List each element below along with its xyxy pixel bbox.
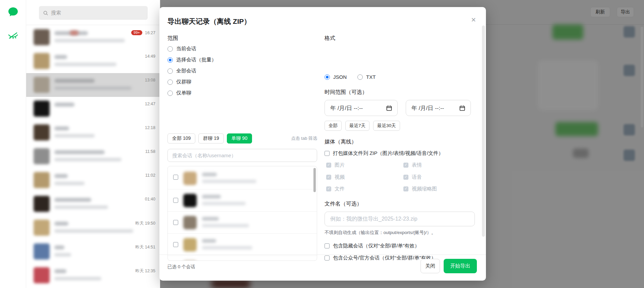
radio-singles-only[interactable]: 仅单聊 <box>167 90 216 96</box>
dialog-scrollbar[interactable] <box>482 25 485 237</box>
radio-groups-only[interactable]: 仅群聊 <box>167 79 216 85</box>
checkbox-icon <box>403 186 408 191</box>
conversation-search-input[interactable] <box>167 149 317 162</box>
scope-options: 当前会话 选择会话（批量） 全部会话 仅群聊 仅单聊 <box>167 46 216 96</box>
blurred-message <box>54 134 95 137</box>
options-column: 格式 JSON TXT 时间范围（可选） 年 /月/日 --:-- 年 <box>325 35 475 42</box>
calendar-icon[interactable] <box>386 105 392 111</box>
avatar <box>183 194 197 207</box>
media-option-videos: 视频 <box>326 174 345 180</box>
checkbox[interactable] <box>173 220 178 225</box>
date-inputs: 年 /月/日 --:-- 年 /月/日 --:-- <box>325 100 471 116</box>
export-dialog: 导出聊天记录（离线 ZIP） × 范围 当前会话 选择会话（批量） 全部会话 <box>159 7 486 281</box>
avatar <box>34 148 50 164</box>
divider <box>26 25 160 25</box>
chat-row[interactable]: 01:40 <box>26 192 160 216</box>
chip-singles[interactable]: 单聊 90 <box>227 133 252 143</box>
chat-row[interactable]: 14:49 <box>26 49 160 73</box>
date-value: 年 /月/日 --:-- <box>411 104 455 112</box>
blurred-subtitle <box>202 180 256 183</box>
radio-format-txt[interactable]: TXT <box>357 74 376 80</box>
sidebar-search-placeholder: 搜索 <box>51 10 61 16</box>
chat-row[interactable]: 昨天 12:35 <box>26 264 160 287</box>
blurred-name <box>54 55 67 59</box>
blurred-message <box>54 206 108 209</box>
media-label: 媒体（离线） <box>325 138 357 146</box>
avatar <box>183 172 197 185</box>
checkbox-icon <box>403 175 408 180</box>
radio-all-conversations[interactable]: 全部会话 <box>167 68 216 74</box>
checkbox-label: 视频 <box>335 174 345 180</box>
avatar <box>34 172 50 188</box>
chat-row[interactable]: 99+ 16:27 <box>26 25 160 49</box>
checkbox-label: 包含隐藏会话（仅对“全部/群/单”有效） <box>333 243 419 249</box>
radio-label: 选择会话（批量） <box>176 57 216 63</box>
checkbox[interactable] <box>173 242 178 247</box>
preset-last-30-days[interactable]: 最近30天 <box>373 121 400 131</box>
blurred-name <box>54 150 105 154</box>
blurred-name <box>202 195 221 198</box>
include-official-checkbox[interactable]: 包含公众号/官方会话（仅对“全部/群/单”有效） <box>325 255 436 261</box>
close-button[interactable]: 关闭 <box>420 259 440 273</box>
chat-row[interactable]: 11:58 <box>26 145 160 168</box>
selected-count: 已选 0 个会话 <box>167 264 195 270</box>
chat-row[interactable]: 12:18 <box>26 121 160 145</box>
chat-row[interactable]: 12:47 <box>26 97 160 121</box>
blurred-subtitle <box>202 202 246 205</box>
chip-all[interactable]: 全部 109 <box>167 133 195 143</box>
radio-label: 仅单聊 <box>176 90 191 96</box>
radio-icon <box>167 79 173 85</box>
conversation-row[interactable] <box>168 189 317 212</box>
media-option-files: 文件 <box>326 186 345 192</box>
sidebar-search-input[interactable]: 搜索 <box>39 6 148 20</box>
radio-format-json[interactable]: JSON <box>325 74 347 80</box>
filename-label: 文件名（可选） <box>325 200 362 208</box>
app-window: 搜索 99+ 16:27 14:49 13:08 12:47 <box>0 0 644 288</box>
close-icon[interactable]: × <box>471 16 476 24</box>
chat-row[interactable]: 11:02 <box>26 168 160 192</box>
chat-time: 12:18 <box>145 125 155 130</box>
checkbox[interactable] <box>173 198 178 203</box>
chip-groups[interactable]: 群聊 19 <box>198 133 224 143</box>
start-export-button[interactable]: 开始导出 <box>444 259 477 273</box>
chat-bubble-icon[interactable] <box>7 6 19 18</box>
avatar <box>34 220 50 236</box>
blurred-name <box>54 269 66 273</box>
conversation-row[interactable] <box>168 166 317 189</box>
pack-media-checkbox[interactable]: 打包媒体文件到 ZIP（图片/表情/视频/语音/文件） <box>325 150 443 157</box>
end-date-input[interactable]: 年 /月/日 --:-- <box>406 100 471 116</box>
checkbox-label: 语音 <box>412 174 422 180</box>
avatar <box>183 238 197 251</box>
chat-row-selected[interactable]: 13:08 <box>26 73 160 97</box>
radio-current-conversation[interactable]: 当前会话 <box>167 46 216 52</box>
chat-time: 昨天 12:35 <box>135 268 155 274</box>
blurred-message <box>54 277 101 280</box>
chat-time: 昨天 14:51 <box>135 244 155 250</box>
preset-all[interactable]: 全部 <box>325 121 342 131</box>
conversation-row[interactable] <box>168 212 317 234</box>
avatar <box>34 124 50 140</box>
preset-last-7-days[interactable]: 最近7天 <box>345 121 369 131</box>
include-hidden-checkbox[interactable]: 包含隐藏会话（仅对“全部/群/单”有效） <box>325 243 419 249</box>
checkbox[interactable] <box>173 175 178 180</box>
radio-label: 当前会话 <box>176 46 196 52</box>
checkbox-label: 图片 <box>335 162 345 168</box>
checkbox-icon <box>325 151 330 156</box>
format-label: 格式 <box>325 35 475 42</box>
checkbox-icon <box>325 255 330 261</box>
chat-time: 01:40 <box>145 197 155 201</box>
blurred-name <box>54 198 91 202</box>
radio-select-conversations[interactable]: 选择会话（批量） <box>167 57 216 63</box>
media-option-video-thumbnails: 视频缩略图 <box>403 186 437 192</box>
conversation-row[interactable] <box>168 256 317 261</box>
filename-input[interactable] <box>325 212 475 226</box>
chat-row[interactable]: 昨天 19:50 <box>26 216 160 240</box>
calendar-icon[interactable] <box>459 105 465 111</box>
chat-time: 昨天 19:50 <box>135 221 155 226</box>
chat-time: 11:58 <box>145 149 155 154</box>
list-scrollbar[interactable] <box>313 168 316 192</box>
conversation-row[interactable] <box>168 234 317 256</box>
eye-off-icon[interactable] <box>7 30 19 42</box>
start-date-input[interactable]: 年 /月/日 --:-- <box>325 100 398 116</box>
chat-row[interactable]: 昨天 14:51 <box>26 240 160 264</box>
